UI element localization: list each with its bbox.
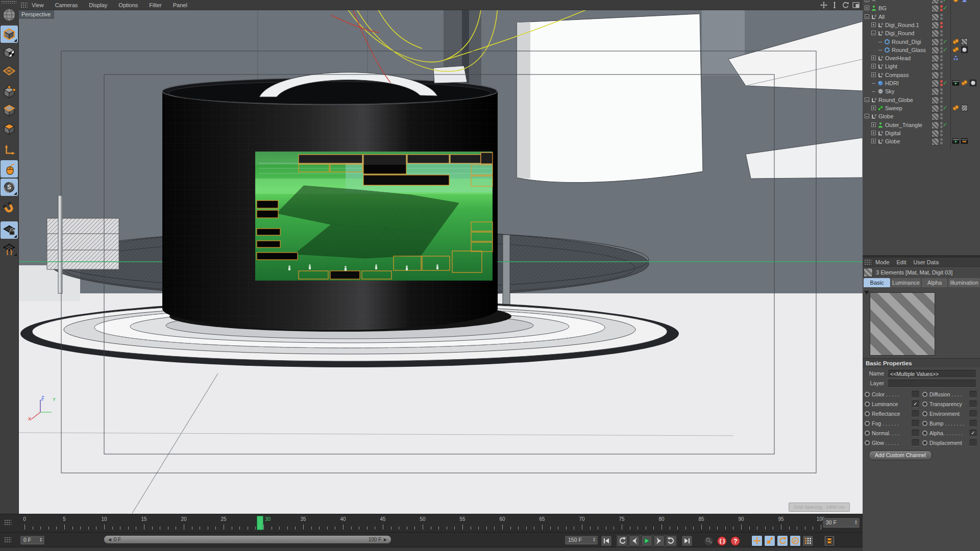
preview-start-field[interactable]: 0 F▲▼ <box>20 535 44 544</box>
expand-toggle[interactable]: + <box>871 64 876 68</box>
tex-sphere-icon[interactable] <box>961 46 968 53</box>
channel-checkbox[interactable] <box>912 410 919 417</box>
mat-ball-icon[interactable] <box>952 0 960 3</box>
channel-circle-icon[interactable] <box>865 411 870 416</box>
object-name[interactable]: Compass <box>885 72 909 78</box>
object-name[interactable]: Light <box>885 63 897 69</box>
circle-icon[interactable] <box>884 39 890 45</box>
render-visibility-dot[interactable] <box>940 76 943 78</box>
expand-toggle[interactable]: + <box>871 72 876 77</box>
null-icon[interactable]: 0 <box>877 63 884 69</box>
null-icon[interactable]: 0 <box>871 14 877 20</box>
mat-dots-icon[interactable] <box>952 38 960 45</box>
channel-checkbox[interactable]: ✓ <box>969 430 977 437</box>
channel-circle-icon[interactable] <box>865 402 870 407</box>
tex-stripes-icon[interactable] <box>961 38 968 45</box>
layer-swatch[interactable] <box>932 21 939 29</box>
layer-swatch[interactable] <box>932 88 939 95</box>
chevron-down-icon[interactable] <box>864 291 869 294</box>
grip-handle[interactable] <box>20 2 28 8</box>
material-preview-swatch[interactable] <box>870 292 935 356</box>
circle-icon[interactable] <box>884 47 890 53</box>
key-pla-button[interactable] <box>802 535 814 546</box>
channel-checkbox[interactable] <box>912 430 919 437</box>
expand-toggle[interactable]: − <box>871 31 876 35</box>
object-name[interactable]: Globe <box>885 138 900 144</box>
goto-end-button[interactable] <box>681 535 693 546</box>
rotate-view-icon[interactable] <box>842 2 849 9</box>
object-name[interactable]: Outer_Triangle <box>885 122 922 128</box>
magnet-tool[interactable] <box>1 200 18 217</box>
null-icon[interactable]: 0 <box>877 138 884 144</box>
channel-checkbox[interactable] <box>912 439 919 446</box>
channel-circle-icon[interactable] <box>922 411 927 416</box>
viewport-canvas[interactable] <box>19 10 863 514</box>
object-name[interactable]: Globe <box>878 113 893 119</box>
motion-system-button[interactable] <box>824 535 835 546</box>
channel-circle-icon[interactable] <box>922 431 927 436</box>
layer-swatch[interactable] <box>932 121 939 129</box>
editor-visibility-dot[interactable] <box>940 63 943 66</box>
add-custom-channel-button[interactable]: Add Custom Channel <box>869 450 932 460</box>
figure-icon[interactable] <box>877 122 884 128</box>
zoom-view-icon[interactable] <box>831 2 838 9</box>
render-visibility-dot[interactable] <box>940 59 943 61</box>
channel-circle-icon[interactable] <box>865 392 870 397</box>
menu-item-panel[interactable]: Panel <box>173 2 187 8</box>
workplane-transform-tool[interactable]: ( ) <box>1 240 18 257</box>
enabled-check-icon[interactable]: ✓ <box>943 0 947 3</box>
layer-swatch[interactable] <box>932 13 939 21</box>
object-name[interactable]: Digital <box>885 130 901 136</box>
expand-toggle[interactable]: + <box>865 0 869 2</box>
key-scale-button[interactable] <box>764 535 775 546</box>
channel-circle-icon[interactable] <box>865 421 870 426</box>
sphere-blue-icon[interactable] <box>877 80 884 86</box>
sphere-gray-icon[interactable] <box>877 88 884 94</box>
play-button[interactable] <box>641 535 652 546</box>
mat-dots-icon[interactable] <box>952 46 960 53</box>
channel-checkbox[interactable] <box>969 391 977 398</box>
object-name[interactable]: Digi_Round.1 <box>885 22 919 28</box>
layer-swatch[interactable] <box>932 80 939 87</box>
tab-illumination[interactable]: Illumination <box>948 278 980 287</box>
layer-swatch[interactable] <box>932 38 939 46</box>
enabled-check-icon[interactable]: ✓ <box>943 121 947 128</box>
attr-menu-item-edit[interactable]: Edit <box>897 259 906 265</box>
layer-swatch[interactable] <box>932 63 939 70</box>
clap-icon[interactable] <box>952 138 960 144</box>
render-visibility-dot[interactable] <box>940 101 943 103</box>
menu-item-view[interactable]: View <box>32 2 44 8</box>
render-visibility-dot[interactable] <box>940 142 943 144</box>
channel-circle-icon[interactable] <box>922 421 927 426</box>
toggle-view-icon[interactable] <box>852 2 860 9</box>
editor-visibility-dot[interactable] <box>940 88 943 91</box>
render-visibility-dot[interactable] <box>940 92 943 94</box>
editor-visibility-dot[interactable] <box>940 113 943 116</box>
object-name[interactable]: BG <box>878 5 887 11</box>
render-visibility-dot[interactable] <box>940 26 943 28</box>
viewport-camera-label[interactable]: Perspective <box>19 10 54 19</box>
key-parameter-button[interactable]: P <box>790 535 801 546</box>
menu-item-cameras[interactable]: Cameras <box>55 2 78 8</box>
channel-circle-icon[interactable] <box>922 402 927 407</box>
null-icon[interactable]: 0 <box>871 113 877 119</box>
expand-toggle[interactable]: + <box>871 22 876 27</box>
tab-luminance[interactable]: Luminance <box>891 278 921 287</box>
channel-circle-icon[interactable] <box>922 392 927 397</box>
menu-item-options[interactable]: Options <box>118 2 138 8</box>
null-icon[interactable]: 0 <box>877 72 884 78</box>
layer-swatch[interactable] <box>932 30 939 37</box>
model-mode-tool[interactable] <box>1 26 18 43</box>
editor-visibility-dot[interactable] <box>940 138 943 141</box>
layer-swatch[interactable] <box>932 71 939 79</box>
expand-toggle[interactable]: + <box>871 131 876 135</box>
previous-frame-button[interactable] <box>629 535 640 546</box>
expand-toggle[interactable]: + <box>871 106 876 110</box>
clap-icon[interactable] <box>952 80 960 86</box>
pan-view-icon[interactable] <box>820 2 827 9</box>
null-icon[interactable]: 0 <box>871 97 877 103</box>
channel-checkbox[interactable] <box>969 420 977 427</box>
layer-field[interactable] <box>888 380 976 388</box>
editor-visibility-dot[interactable] <box>940 22 943 24</box>
object-icon[interactable] <box>871 0 877 3</box>
